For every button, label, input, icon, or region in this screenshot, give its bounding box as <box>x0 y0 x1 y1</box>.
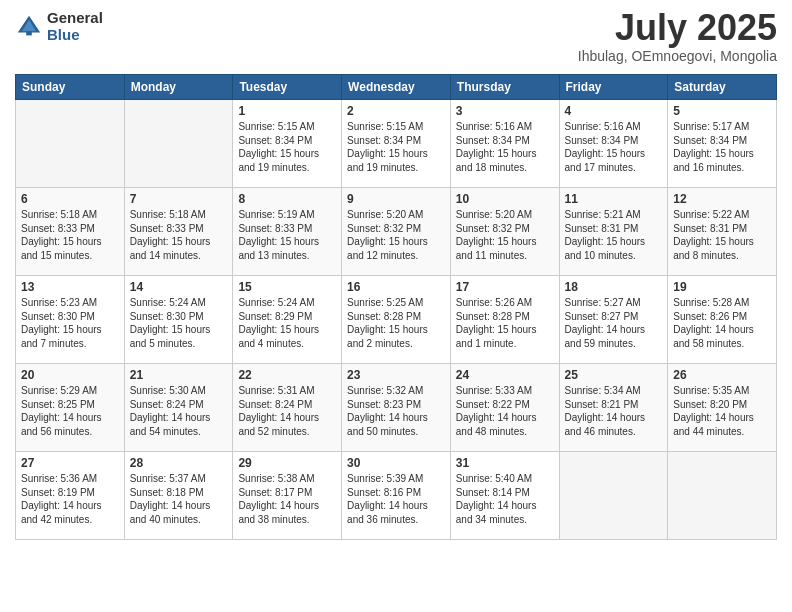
day-number: 26 <box>673 368 771 382</box>
calendar-table: SundayMondayTuesdayWednesdayThursdayFrid… <box>15 74 777 540</box>
day-number: 7 <box>130 192 228 206</box>
header-tuesday: Tuesday <box>233 75 342 100</box>
calendar-cell: 11Sunrise: 5:21 AM Sunset: 8:31 PM Dayli… <box>559 188 668 276</box>
day-info: Sunrise: 5:29 AM Sunset: 8:25 PM Dayligh… <box>21 384 119 438</box>
header-sunday: Sunday <box>16 75 125 100</box>
calendar-cell: 3Sunrise: 5:16 AM Sunset: 8:34 PM Daylig… <box>450 100 559 188</box>
day-info: Sunrise: 5:16 AM Sunset: 8:34 PM Dayligh… <box>456 120 554 174</box>
calendar-cell: 1Sunrise: 5:15 AM Sunset: 8:34 PM Daylig… <box>233 100 342 188</box>
logo-text: General Blue <box>47 10 103 43</box>
day-info: Sunrise: 5:23 AM Sunset: 8:30 PM Dayligh… <box>21 296 119 350</box>
day-info: Sunrise: 5:15 AM Sunset: 8:34 PM Dayligh… <box>238 120 336 174</box>
day-info: Sunrise: 5:38 AM Sunset: 8:17 PM Dayligh… <box>238 472 336 526</box>
day-number: 21 <box>130 368 228 382</box>
day-info: Sunrise: 5:24 AM Sunset: 8:29 PM Dayligh… <box>238 296 336 350</box>
header-wednesday: Wednesday <box>342 75 451 100</box>
day-number: 29 <box>238 456 336 470</box>
page: General Blue July 2025 Ihbulag, OEmnoego… <box>0 0 792 612</box>
svg-rect-2 <box>26 31 32 35</box>
day-info: Sunrise: 5:22 AM Sunset: 8:31 PM Dayligh… <box>673 208 771 262</box>
day-number: 25 <box>565 368 663 382</box>
day-number: 19 <box>673 280 771 294</box>
day-info: Sunrise: 5:24 AM Sunset: 8:30 PM Dayligh… <box>130 296 228 350</box>
day-number: 31 <box>456 456 554 470</box>
day-info: Sunrise: 5:36 AM Sunset: 8:19 PM Dayligh… <box>21 472 119 526</box>
calendar-cell: 19Sunrise: 5:28 AM Sunset: 8:26 PM Dayli… <box>668 276 777 364</box>
header: General Blue July 2025 Ihbulag, OEmnoego… <box>15 10 777 64</box>
day-number: 5 <box>673 104 771 118</box>
calendar-cell: 30Sunrise: 5:39 AM Sunset: 8:16 PM Dayli… <box>342 452 451 540</box>
calendar-cell: 17Sunrise: 5:26 AM Sunset: 8:28 PM Dayli… <box>450 276 559 364</box>
calendar-week-3: 13Sunrise: 5:23 AM Sunset: 8:30 PM Dayli… <box>16 276 777 364</box>
calendar-cell: 10Sunrise: 5:20 AM Sunset: 8:32 PM Dayli… <box>450 188 559 276</box>
day-number: 20 <box>21 368 119 382</box>
month-title: July 2025 <box>578 10 777 46</box>
day-info: Sunrise: 5:21 AM Sunset: 8:31 PM Dayligh… <box>565 208 663 262</box>
calendar-cell: 25Sunrise: 5:34 AM Sunset: 8:21 PM Dayli… <box>559 364 668 452</box>
header-saturday: Saturday <box>668 75 777 100</box>
day-number: 3 <box>456 104 554 118</box>
day-number: 18 <box>565 280 663 294</box>
day-info: Sunrise: 5:26 AM Sunset: 8:28 PM Dayligh… <box>456 296 554 350</box>
calendar-week-4: 20Sunrise: 5:29 AM Sunset: 8:25 PM Dayli… <box>16 364 777 452</box>
day-number: 16 <box>347 280 445 294</box>
calendar-cell: 4Sunrise: 5:16 AM Sunset: 8:34 PM Daylig… <box>559 100 668 188</box>
day-number: 9 <box>347 192 445 206</box>
calendar-cell: 24Sunrise: 5:33 AM Sunset: 8:22 PM Dayli… <box>450 364 559 452</box>
day-info: Sunrise: 5:20 AM Sunset: 8:32 PM Dayligh… <box>347 208 445 262</box>
day-number: 6 <box>21 192 119 206</box>
day-number: 8 <box>238 192 336 206</box>
day-number: 24 <box>456 368 554 382</box>
calendar-cell: 23Sunrise: 5:32 AM Sunset: 8:23 PM Dayli… <box>342 364 451 452</box>
calendar-cell: 2Sunrise: 5:15 AM Sunset: 8:34 PM Daylig… <box>342 100 451 188</box>
calendar-cell: 26Sunrise: 5:35 AM Sunset: 8:20 PM Dayli… <box>668 364 777 452</box>
day-number: 17 <box>456 280 554 294</box>
calendar-cell <box>668 452 777 540</box>
calendar-cell: 28Sunrise: 5:37 AM Sunset: 8:18 PM Dayli… <box>124 452 233 540</box>
day-number: 15 <box>238 280 336 294</box>
header-friday: Friday <box>559 75 668 100</box>
day-info: Sunrise: 5:27 AM Sunset: 8:27 PM Dayligh… <box>565 296 663 350</box>
day-number: 23 <box>347 368 445 382</box>
calendar-cell: 12Sunrise: 5:22 AM Sunset: 8:31 PM Dayli… <box>668 188 777 276</box>
day-info: Sunrise: 5:32 AM Sunset: 8:23 PM Dayligh… <box>347 384 445 438</box>
logo-blue-text: Blue <box>47 27 103 44</box>
day-number: 1 <box>238 104 336 118</box>
day-number: 27 <box>21 456 119 470</box>
day-info: Sunrise: 5:35 AM Sunset: 8:20 PM Dayligh… <box>673 384 771 438</box>
day-info: Sunrise: 5:34 AM Sunset: 8:21 PM Dayligh… <box>565 384 663 438</box>
day-info: Sunrise: 5:18 AM Sunset: 8:33 PM Dayligh… <box>21 208 119 262</box>
calendar-cell <box>124 100 233 188</box>
day-info: Sunrise: 5:20 AM Sunset: 8:32 PM Dayligh… <box>456 208 554 262</box>
day-info: Sunrise: 5:18 AM Sunset: 8:33 PM Dayligh… <box>130 208 228 262</box>
calendar-cell: 14Sunrise: 5:24 AM Sunset: 8:30 PM Dayli… <box>124 276 233 364</box>
header-thursday: Thursday <box>450 75 559 100</box>
day-info: Sunrise: 5:19 AM Sunset: 8:33 PM Dayligh… <box>238 208 336 262</box>
header-monday: Monday <box>124 75 233 100</box>
day-info: Sunrise: 5:30 AM Sunset: 8:24 PM Dayligh… <box>130 384 228 438</box>
day-number: 11 <box>565 192 663 206</box>
day-number: 22 <box>238 368 336 382</box>
calendar-cell: 5Sunrise: 5:17 AM Sunset: 8:34 PM Daylig… <box>668 100 777 188</box>
day-number: 12 <box>673 192 771 206</box>
calendar-cell: 21Sunrise: 5:30 AM Sunset: 8:24 PM Dayli… <box>124 364 233 452</box>
calendar-cell: 29Sunrise: 5:38 AM Sunset: 8:17 PM Dayli… <box>233 452 342 540</box>
title-block: July 2025 Ihbulag, OEmnoegovi, Mongolia <box>578 10 777 64</box>
day-number: 28 <box>130 456 228 470</box>
day-info: Sunrise: 5:25 AM Sunset: 8:28 PM Dayligh… <box>347 296 445 350</box>
logo-general-text: General <box>47 10 103 27</box>
calendar-week-5: 27Sunrise: 5:36 AM Sunset: 8:19 PM Dayli… <box>16 452 777 540</box>
day-info: Sunrise: 5:40 AM Sunset: 8:14 PM Dayligh… <box>456 472 554 526</box>
calendar-cell: 8Sunrise: 5:19 AM Sunset: 8:33 PM Daylig… <box>233 188 342 276</box>
calendar-cell: 27Sunrise: 5:36 AM Sunset: 8:19 PM Dayli… <box>16 452 125 540</box>
day-number: 14 <box>130 280 228 294</box>
day-number: 30 <box>347 456 445 470</box>
calendar-cell: 20Sunrise: 5:29 AM Sunset: 8:25 PM Dayli… <box>16 364 125 452</box>
location-subtitle: Ihbulag, OEmnoegovi, Mongolia <box>578 48 777 64</box>
day-number: 4 <box>565 104 663 118</box>
day-info: Sunrise: 5:28 AM Sunset: 8:26 PM Dayligh… <box>673 296 771 350</box>
day-info: Sunrise: 5:39 AM Sunset: 8:16 PM Dayligh… <box>347 472 445 526</box>
day-info: Sunrise: 5:31 AM Sunset: 8:24 PM Dayligh… <box>238 384 336 438</box>
calendar-cell: 18Sunrise: 5:27 AM Sunset: 8:27 PM Dayli… <box>559 276 668 364</box>
calendar-cell: 22Sunrise: 5:31 AM Sunset: 8:24 PM Dayli… <box>233 364 342 452</box>
